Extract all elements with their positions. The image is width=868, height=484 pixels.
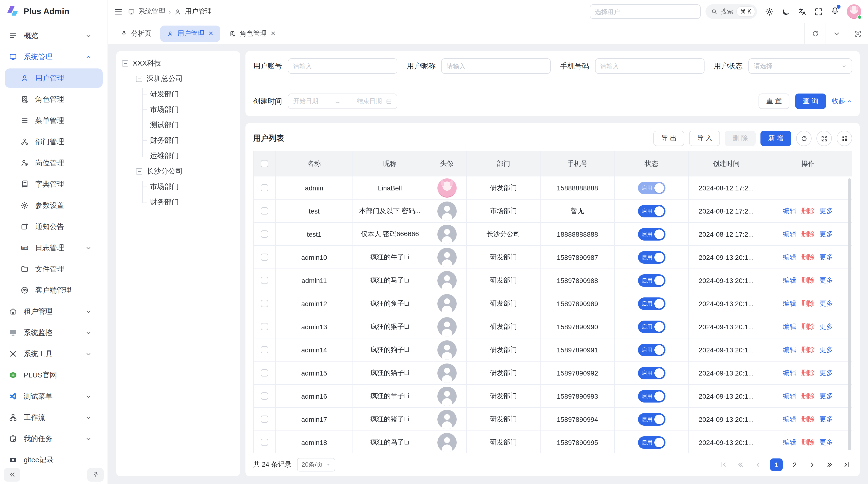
- delete-link[interactable]: 删除: [801, 368, 815, 377]
- more-link[interactable]: 更多: [819, 415, 833, 423]
- tab-分析页[interactable]: 分析页: [114, 25, 158, 42]
- filter-input-用户昵称[interactable]: [441, 58, 551, 74]
- sidebar-item-测试菜单[interactable]: 测试菜单: [5, 387, 103, 406]
- import-button[interactable]: 导 入: [689, 131, 720, 146]
- tree-node-长沙分公司[interactable]: 长沙分公司: [136, 165, 235, 177]
- sidebar-item-系统监控[interactable]: 系统监控: [5, 323, 103, 342]
- row-checkbox[interactable]: [261, 300, 268, 307]
- notifications-button[interactable]: [830, 6, 840, 17]
- sidebar-item-用户管理[interactable]: 用户管理: [5, 68, 103, 88]
- sidebar-item-gitee记录[interactable]: gitee记录: [5, 450, 103, 465]
- edit-link[interactable]: 编辑: [783, 299, 796, 308]
- sidebar-pin-button[interactable]: [87, 468, 104, 481]
- tree-node-root[interactable]: XXX科技: [122, 57, 235, 69]
- more-link[interactable]: 更多: [819, 230, 833, 238]
- tree-node-财务部门[interactable]: 财务部门: [150, 134, 235, 146]
- first-page-button[interactable]: [718, 459, 728, 470]
- sidebar-item-岗位管理[interactable]: 岗位管理: [5, 153, 103, 172]
- row-checkbox[interactable]: [261, 439, 268, 446]
- dark-mode-moon-icon[interactable]: [781, 7, 790, 16]
- delete-link[interactable]: 删除: [801, 438, 815, 447]
- sidebar-item-客户端管理[interactable]: 客户端管理: [5, 281, 103, 300]
- delete-link[interactable]: 删除: [801, 253, 815, 261]
- status-toggle[interactable]: 启用: [638, 320, 665, 333]
- more-link[interactable]: 更多: [819, 253, 833, 261]
- status-toggle[interactable]: 启用: [638, 366, 665, 379]
- user-avatar[interactable]: [847, 4, 861, 19]
- tree-node-财务部门[interactable]: 财务部门: [150, 196, 235, 208]
- status-toggle[interactable]: 启用: [638, 413, 665, 425]
- sidebar-collapse-button[interactable]: [4, 468, 20, 481]
- filter-select-用户状态[interactable]: 请选择: [748, 58, 852, 74]
- global-search-button[interactable]: 搜索 ⌘ K: [705, 4, 757, 19]
- row-checkbox[interactable]: [261, 184, 268, 191]
- delete-link[interactable]: 删除: [801, 230, 815, 238]
- status-toggle[interactable]: 启用: [638, 436, 665, 449]
- tenant-select-input[interactable]: [590, 4, 701, 19]
- page-button-2[interactable]: 2: [789, 459, 800, 470]
- close-icon[interactable]: ✕: [271, 30, 276, 37]
- tree-collapse-icon[interactable]: [136, 75, 142, 82]
- row-checkbox[interactable]: [261, 207, 268, 215]
- row-checkbox[interactable]: [261, 369, 268, 377]
- sidebar-item-租户管理[interactable]: 租户管理: [5, 302, 103, 321]
- row-checkbox[interactable]: [261, 323, 268, 330]
- column-settings-button[interactable]: [837, 131, 852, 146]
- tree-node-研发部门[interactable]: 研发部门: [150, 88, 235, 100]
- edit-link[interactable]: 编辑: [783, 322, 796, 331]
- edit-link[interactable]: 编辑: [783, 392, 796, 400]
- more-link[interactable]: 更多: [819, 368, 833, 377]
- table-fullscreen-button[interactable]: [816, 131, 832, 146]
- content-fullscreen-button[interactable]: [847, 23, 868, 44]
- query-button[interactable]: 查 询: [795, 94, 826, 109]
- delete-link[interactable]: 删除: [801, 415, 815, 423]
- sidebar-item-系统管理[interactable]: 系统管理: [5, 47, 103, 67]
- table-scrollbar[interactable]: [848, 179, 851, 450]
- translate-icon[interactable]: [798, 7, 807, 16]
- status-toggle[interactable]: 启用: [638, 205, 665, 217]
- tree-node-测试部门[interactable]: 测试部门: [150, 119, 235, 131]
- status-toggle[interactable]: 启用: [638, 228, 665, 240]
- delete-link[interactable]: 删除: [801, 299, 815, 308]
- more-link[interactable]: 更多: [819, 438, 833, 447]
- edit-link[interactable]: 编辑: [783, 253, 796, 261]
- close-icon[interactable]: ✕: [208, 30, 214, 37]
- status-toggle[interactable]: 启用: [638, 274, 665, 287]
- sidebar-item-概览[interactable]: 概览: [5, 26, 103, 45]
- row-checkbox[interactable]: [261, 346, 268, 353]
- delete-link[interactable]: 删除: [801, 392, 815, 400]
- prev-page-button[interactable]: [753, 459, 763, 470]
- export-button[interactable]: 导 出: [654, 131, 684, 146]
- tab-refresh-button[interactable]: [804, 23, 826, 44]
- collapse-filters-link[interactable]: 收起: [832, 97, 852, 105]
- status-toggle[interactable]: 启用: [638, 182, 665, 194]
- sidebar-item-系统工具[interactable]: 系统工具: [5, 344, 103, 363]
- reset-button[interactable]: 重 置: [758, 94, 789, 109]
- row-checkbox[interactable]: [261, 392, 268, 400]
- row-checkbox[interactable]: [261, 416, 268, 423]
- status-toggle[interactable]: 启用: [638, 251, 665, 263]
- row-checkbox[interactable]: [261, 254, 268, 261]
- tab-角色管理[interactable]: 角色管理✕: [222, 25, 283, 42]
- edit-link[interactable]: 编辑: [783, 368, 796, 377]
- breadcrumb-item[interactable]: 系统管理: [138, 7, 165, 16]
- more-link[interactable]: 更多: [819, 392, 833, 400]
- more-link[interactable]: 更多: [819, 206, 833, 215]
- delete-link[interactable]: 删除: [801, 346, 815, 354]
- page-button-1[interactable]: 1: [770, 458, 783, 471]
- sidebar-item-字典管理[interactable]: 字典管理: [5, 174, 103, 194]
- sidebar-item-我的任务[interactable]: 我的任务: [5, 429, 103, 448]
- tab-more-button[interactable]: [826, 23, 847, 44]
- edit-link[interactable]: 编辑: [783, 206, 796, 215]
- delete-link[interactable]: 删除: [801, 276, 815, 285]
- tree-node-运维部门[interactable]: 运维部门: [150, 150, 235, 161]
- next-page-button[interactable]: [807, 459, 817, 470]
- edit-link[interactable]: 编辑: [783, 346, 796, 354]
- page-size-select[interactable]: 20条/页: [297, 458, 335, 472]
- row-checkbox[interactable]: [261, 277, 268, 284]
- status-toggle[interactable]: 启用: [638, 344, 665, 356]
- sidebar-item-文件管理[interactable]: 文件管理: [5, 259, 103, 279]
- sidebar-item-角色管理[interactable]: 角色管理: [5, 90, 103, 109]
- tree-node-深圳总公司[interactable]: 深圳总公司: [136, 73, 235, 84]
- tree-node-市场部门[interactable]: 市场部门: [150, 104, 235, 115]
